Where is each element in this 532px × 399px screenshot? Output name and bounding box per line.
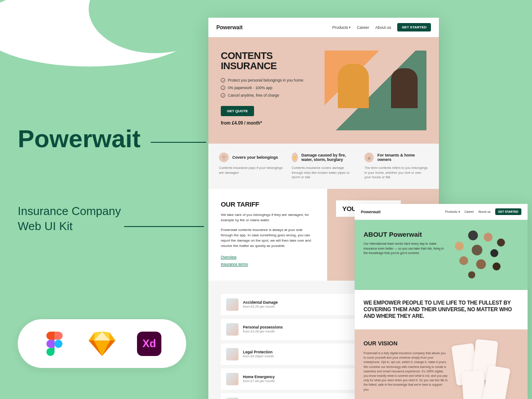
- get-quote-button[interactable]: GET QUOTE: [221, 106, 254, 116]
- pointer-line: [124, 226, 204, 227]
- main-nav: Products▾ Career About us GET STARTED: [445, 208, 521, 215]
- team-avatars: [450, 231, 519, 279]
- promo-subtitle: Insurance Company Web UI Kit: [18, 204, 121, 234]
- tariff-text: We take care of you belongings if they a…: [221, 212, 315, 223]
- site-header: Powerwait Products▾ Career About us GET …: [208, 18, 439, 37]
- tools-pill: Xd: [18, 319, 186, 368]
- get-started-button[interactable]: GET STARTED: [495, 208, 521, 215]
- tariff-heading: OUR TARIFF: [221, 200, 315, 208]
- tariff-thumbnail: [226, 298, 239, 311]
- nav-about[interactable]: About us: [478, 210, 491, 213]
- main-nav: Products▾ Career About us GET STARTED: [332, 23, 431, 31]
- pointer-line: [151, 142, 206, 143]
- feature-card: ♡Covers your belongings Contents insuran…: [219, 153, 283, 180]
- site-header: Powerwait Products▾ Career About us GET …: [355, 204, 528, 220]
- check-icon: ✓: [221, 93, 225, 98]
- check-icon: ✓: [221, 86, 225, 90]
- nav-career[interactable]: Career: [465, 210, 474, 213]
- features-row: ♡Covers your belongings Contents insuran…: [208, 144, 439, 189]
- about-description: Our international team works hard every …: [364, 242, 445, 256]
- promo-title: Powerwait: [18, 124, 141, 153]
- hero-features: ✓Protect you personal belongings in you …: [221, 78, 316, 98]
- vision-description: Powerwait is a fully digital insurance c…: [364, 351, 448, 392]
- get-started-button[interactable]: GET STARTED: [397, 23, 431, 31]
- heart-icon: ♡: [219, 153, 229, 162]
- overview-link[interactable]: Overview: [221, 255, 315, 259]
- check-icon: ✓: [221, 78, 225, 82]
- vision-section: OUR VISION Powerwait is a fully digital …: [355, 329, 528, 399]
- tariff-thumbnail: [226, 323, 239, 336]
- empower-statement: WE EMPOWER PEOPLE TO LIVE LIFE TO THE FU…: [355, 290, 528, 329]
- tariff-thumbnail: [226, 398, 239, 399]
- insurance-terms-link[interactable]: Insurance terms: [221, 262, 315, 266]
- figma-icon: [41, 330, 68, 357]
- feature-card: ⚡Damage caused by fire, water, storm, bu…: [292, 153, 356, 180]
- about-hero: ABOUT Powerwait Our international team w…: [355, 220, 528, 290]
- bolt-icon: ⚡: [292, 153, 298, 162]
- home-icon: ⌂: [364, 153, 374, 162]
- nav-career[interactable]: Career: [357, 25, 369, 30]
- chevron-down-icon: ▾: [458, 210, 460, 214]
- hero-feature: ✓0% paperwork - 100% app: [221, 86, 316, 90]
- mockup-about-page: Powerwait Products▾ Career About us GET …: [355, 204, 528, 399]
- hero-image: [325, 51, 426, 130]
- feature-card: ⌂For tenants & home owners The term cont…: [364, 153, 428, 180]
- site-logo[interactable]: Powerwait: [216, 24, 243, 31]
- phone-mockups: [454, 340, 519, 392]
- nav-products[interactable]: Products▾: [445, 210, 460, 214]
- hero-price: from £4.09 / month*: [221, 121, 316, 125]
- chevron-down-icon: ▾: [349, 26, 351, 29]
- site-logo[interactable]: Powerwait: [361, 210, 381, 214]
- svg-point-0: [55, 340, 63, 348]
- nav-products[interactable]: Products▾: [332, 25, 351, 30]
- xd-icon: Xd: [136, 330, 163, 357]
- about-heading: ABOUT Powerwait: [364, 231, 445, 238]
- hero-section: CONTENTS INSURANCE ✓Protect you personal…: [208, 37, 439, 144]
- hero-feature: ✓Protect you personal belongings in you …: [221, 78, 316, 82]
- hero-title: CONTENTS INSURANCE: [221, 51, 316, 71]
- sketch-icon: [89, 330, 115, 357]
- tariff-thumbnail: [226, 373, 239, 385]
- vision-heading: OUR VISION: [364, 340, 448, 347]
- hero-feature: ✓Cancel anytime, free of charge: [221, 93, 316, 98]
- nav-about[interactable]: About us: [376, 25, 391, 30]
- tariff-text: Powerwait contents insurance is always a…: [221, 227, 315, 249]
- tariff-thumbnail: [226, 348, 239, 360]
